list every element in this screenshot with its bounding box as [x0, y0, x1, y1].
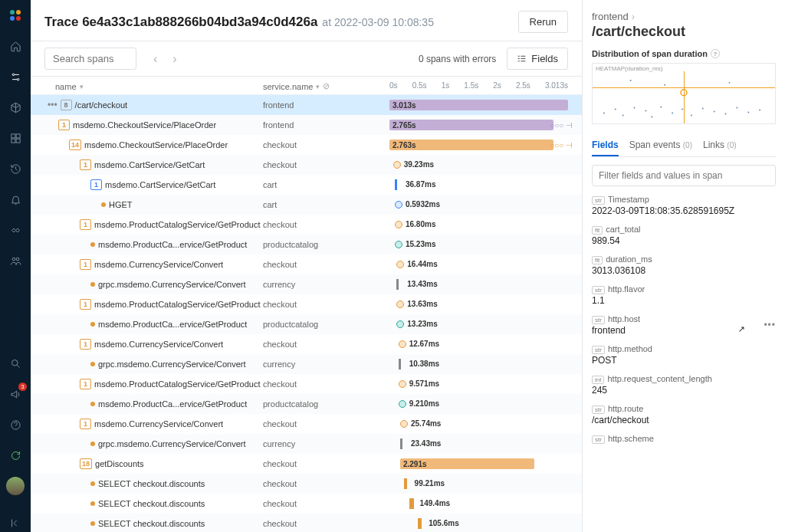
- field-item[interactable]: strhttp.hostfrontend•••↖: [592, 314, 776, 336]
- span-row[interactable]: HGETcart0.5932ms: [31, 195, 582, 215]
- column-headers: name ▾ service.name ▾ ⊘ 0s0.5s1s1.5s2s2.…: [31, 77, 582, 95]
- logo-icon[interactable]: [6, 6, 25, 25]
- span-name: grpc.msdemo.CurrencyService/Convert: [98, 439, 246, 448]
- span-count[interactable]: 1: [80, 299, 91, 310]
- span-row[interactable]: 1msdemo.CartService/GetCartcart36.87ms: [31, 175, 582, 195]
- service-name: checkout: [263, 479, 389, 488]
- field-item[interactable]: strTimestamp2022-03-09T18:08:35.62859169…: [592, 194, 776, 216]
- span-count[interactable]: 14: [69, 140, 81, 150]
- span-row[interactable]: 1msdemo.CartService/GetCartcheckout39.23…: [31, 155, 582, 175]
- span-row[interactable]: 1msdemo.ProductCatalogService/GetProduct…: [31, 294, 582, 314]
- svg-point-21: [714, 111, 715, 113]
- more-icon[interactable]: •••: [48, 100, 57, 110]
- col-name[interactable]: name ▾: [44, 81, 263, 91]
- query-icon[interactable]: [6, 67, 25, 86]
- breadcrumb[interactable]: frontend ›: [592, 11, 776, 22]
- field-value: 245: [592, 385, 776, 396]
- span-row[interactable]: 1msdemo.ProductCatalogService/GetProduct…: [31, 374, 582, 394]
- span-bar: 13.23ms: [389, 317, 568, 331]
- service-name: currency: [263, 280, 389, 289]
- tab-span-events[interactable]: Span events (0): [629, 135, 692, 156]
- span-row[interactable]: msdemo.ProductCa...ervice/GetProductprod…: [31, 235, 582, 255]
- help-icon[interactable]: [6, 415, 25, 434]
- span-count[interactable]: 1: [80, 219, 91, 230]
- svg-point-16: [660, 107, 662, 108]
- svg-rect-4: [11, 139, 15, 143]
- field-type-badge: str: [592, 346, 605, 354]
- rerun-button[interactable]: Rerun: [518, 11, 568, 33]
- filter-fields-input[interactable]: [592, 165, 776, 186]
- refresh-icon[interactable]: [6, 446, 25, 465]
- field-item[interactable]: strhttp.methodPOST: [592, 343, 776, 366]
- svg-point-22: [725, 113, 727, 115]
- prev-span-button[interactable]: ‹: [147, 49, 163, 69]
- panel-tabs: Fields Span events (0) Links (0): [592, 135, 776, 157]
- span-count[interactable]: 1: [58, 120, 70, 130]
- handshake-icon[interactable]: [6, 221, 25, 239]
- span-bar: 10.38ms: [389, 357, 568, 371]
- announce-icon[interactable]: [6, 385, 25, 403]
- span-count[interactable]: 1: [80, 159, 91, 170]
- field-key: http.host: [608, 314, 640, 323]
- user-avatar[interactable]: [6, 477, 25, 495]
- span-row[interactable]: msdemo.ProductCa...ervice/GetProductprod…: [31, 314, 582, 334]
- team-icon[interactable]: [6, 251, 25, 270]
- history-icon[interactable]: [6, 159, 25, 178]
- cube-icon[interactable]: [6, 98, 25, 117]
- span-name: msdemo.ProductCa...ervice/GetProduct: [98, 399, 247, 409]
- span-row[interactable]: 14msdemo.CheckoutService/PlaceOrdercheck…: [31, 135, 582, 155]
- field-type-badge: str: [592, 196, 605, 205]
- field-item[interactable]: strhttp.flavor1.1: [592, 284, 776, 306]
- span-row[interactable]: SELECT checkout.discountscheckout149.4ms: [31, 494, 582, 514]
- span-row[interactable]: •••8/cart/checkoutfrontend3.013s: [31, 95, 582, 115]
- span-count[interactable]: 1: [90, 179, 102, 190]
- span-name: grpc.msdemo.CurrencyService/Convert: [98, 360, 246, 369]
- span-bar: 99.21ms: [389, 477, 568, 491]
- service-name: productcatalog: [263, 240, 389, 249]
- span-count[interactable]: 18: [80, 458, 92, 469]
- info-icon[interactable]: ?: [711, 49, 720, 58]
- leaf-bullet: [90, 282, 95, 287]
- tab-fields[interactable]: Fields: [592, 135, 619, 156]
- svg-point-1: [17, 78, 19, 80]
- field-item[interactable]: fltduration_ms3013.036108: [592, 254, 776, 276]
- collapse-icon[interactable]: [6, 514, 25, 532]
- span-row[interactable]: msdemo.ProductCa...ervice/GetProductprod…: [31, 394, 582, 414]
- span-row[interactable]: SELECT checkout.discountscheckout99.21ms: [31, 474, 582, 494]
- span-count[interactable]: 1: [80, 419, 91, 429]
- alerts-icon[interactable]: [6, 190, 25, 209]
- span-row[interactable]: grpc.msdemo.CurrencyService/Convertcurre…: [31, 274, 582, 294]
- service-name: productcatalog: [263, 399, 389, 409]
- field-item[interactable]: fltcart_total989.54: [592, 224, 776, 246]
- span-row[interactable]: 1msdemo.CheckoutService/PlaceOrderfronte…: [31, 115, 582, 135]
- span-row[interactable]: grpc.msdemo.CurrencyService/Convertcurre…: [31, 354, 582, 374]
- span-count[interactable]: 1: [80, 379, 91, 389]
- span-row[interactable]: grpc.msdemo.CurrencyService/Convertcurre…: [31, 434, 582, 454]
- field-more-icon[interactable]: •••: [764, 320, 776, 330]
- next-span-button[interactable]: ›: [166, 49, 182, 69]
- span-row[interactable]: 1msdemo.CurrencyService/Convertcheckout1…: [31, 255, 582, 274]
- span-bar: 13.43ms: [389, 277, 568, 291]
- span-count[interactable]: 1: [80, 259, 91, 270]
- span-row[interactable]: SELECT checkout.discountscheckout105.6ms: [31, 514, 582, 532]
- span-row[interactable]: 18getDiscountscheckout2.291s: [31, 454, 582, 474]
- col-service[interactable]: service.name ▾ ⊘: [263, 81, 389, 91]
- field-item[interactable]: inthttp.request_content_length245: [592, 373, 776, 396]
- service-name: checkout: [263, 300, 389, 309]
- field-item[interactable]: strhttp.scheme: [592, 433, 776, 444]
- search-nav-icon[interactable]: [6, 354, 25, 373]
- field-item[interactable]: strhttp.route/cart/checkout: [592, 403, 776, 425]
- tab-links[interactable]: Links (0): [703, 135, 737, 156]
- span-row[interactable]: 1msdemo.ProductCatalogService/GetProduct…: [31, 215, 582, 235]
- span-row[interactable]: 1msdemo.CurrencyService/Convertcheckout1…: [31, 334, 582, 354]
- span-count[interactable]: 8: [61, 100, 72, 110]
- fields-button[interactable]: Fields: [507, 48, 568, 70]
- span-count[interactable]: 1: [80, 339, 91, 350]
- dashboard-icon[interactable]: [6, 129, 25, 147]
- heatmap-chart[interactable]: HEATMAP(duration_ms): [592, 63, 776, 124]
- search-spans-input[interactable]: [44, 48, 136, 70]
- columns-icon: [517, 54, 527, 64]
- field-type-badge: flt: [592, 256, 603, 264]
- span-row[interactable]: 1msdemo.CurrencyService/Convertcheckout2…: [31, 414, 582, 434]
- home-icon[interactable]: [6, 37, 25, 55]
